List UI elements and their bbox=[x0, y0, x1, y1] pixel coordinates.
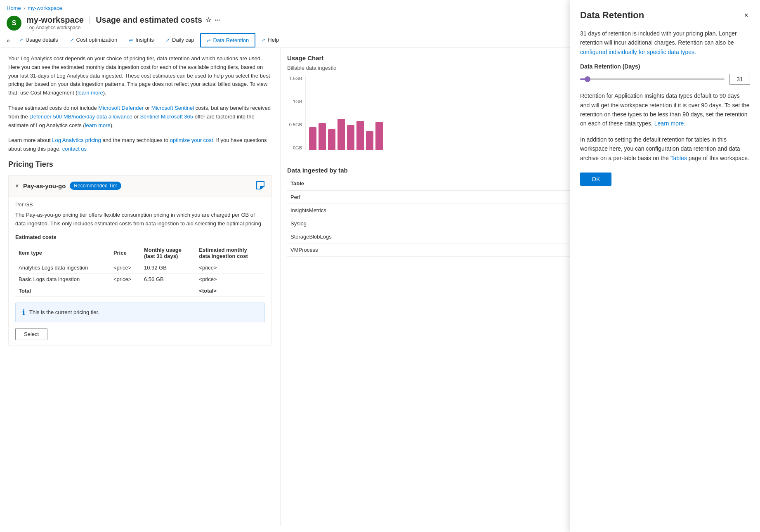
tab-daily-cap[interactable]: ↗ Daily cap bbox=[160, 33, 200, 47]
close-button[interactable]: × bbox=[742, 10, 750, 21]
retention-value[interactable]: 31 bbox=[729, 74, 750, 85]
more-options-icon[interactable]: ··· bbox=[215, 17, 220, 24]
total-label: Total bbox=[15, 285, 110, 296]
analytics-usage: 10.92 GB bbox=[141, 262, 196, 273]
bar-1 bbox=[309, 127, 316, 150]
nav-chevron-left[interactable]: » bbox=[3, 34, 13, 47]
tier-card-body: Per GB The Pay-as-you-go pricing tier of… bbox=[9, 196, 271, 345]
panel-para2: Retention for Application Insights data … bbox=[580, 91, 750, 128]
tier-unit: Per GB bbox=[15, 201, 265, 208]
recommended-badge: Recommended Tier bbox=[70, 182, 121, 190]
col-monthly-usage: Monthly usage(last 31 days) bbox=[141, 244, 196, 262]
bar-2 bbox=[319, 123, 326, 150]
retention-label: Data Retention (Days) bbox=[580, 63, 750, 70]
table-row-total: Total <total> bbox=[15, 285, 265, 296]
log-analytics-pricing-link[interactable]: Log Analytics pricing bbox=[52, 137, 101, 143]
slider-thumb[interactable] bbox=[585, 76, 590, 82]
sync-icon: ⇌ bbox=[207, 38, 211, 43]
panel-body: 31 days of retention is included with yo… bbox=[580, 29, 750, 522]
page-title: Usage and estimated costs bbox=[96, 15, 202, 25]
table-row: Basic Logs data ingestion <price> 6.56 G… bbox=[15, 273, 265, 285]
costs-table: Item type Price Monthly usage(last 31 da… bbox=[15, 244, 265, 297]
data-retention-panel: Data Retention × 31 days of retention is… bbox=[570, 0, 760, 526]
retention-slider-row: 31 bbox=[580, 74, 750, 85]
header-title-group: my-workspace | Usage and estimated costs… bbox=[26, 15, 220, 31]
panel-para1: 31 days of retention is included with yo… bbox=[580, 29, 750, 57]
slider-container bbox=[580, 75, 725, 83]
tier-card-header: ∧ Pay-as-you-go Recommended Tier bbox=[9, 176, 271, 196]
workspace-icon: S bbox=[7, 16, 21, 31]
tab-cost-optimization[interactable]: ↗ Cost optimization bbox=[64, 33, 123, 47]
tables-link[interactable]: Tables bbox=[670, 155, 687, 161]
tab-usage-details[interactable]: ↗ Usage details bbox=[13, 33, 64, 47]
learn-more-link-1[interactable]: learn more bbox=[78, 90, 103, 96]
slider-track bbox=[580, 78, 725, 80]
panel-para3: In addition to setting the default reten… bbox=[580, 135, 750, 163]
bar-8 bbox=[375, 122, 383, 150]
tier-description: The Pay-as-you-go pricing tier offers fl… bbox=[15, 211, 265, 228]
bar-5 bbox=[347, 125, 354, 150]
breadcrumb-separator: › bbox=[24, 5, 25, 11]
configure-link[interactable]: configured individually for specific dat… bbox=[580, 49, 696, 55]
optimize-cost-link[interactable]: optimize your cost bbox=[170, 137, 213, 143]
total-price-empty bbox=[110, 285, 141, 296]
basic-price: <price> bbox=[110, 273, 141, 285]
workspace-subtitle: Log Analytics workspace bbox=[26, 25, 220, 31]
info-icon: ℹ bbox=[22, 308, 25, 317]
link-icon: ⇌ bbox=[129, 37, 133, 43]
bar-7 bbox=[366, 131, 373, 150]
item-basic-logs: Basic Logs data ingestion bbox=[15, 273, 110, 285]
external-link-icon-3: ↗ bbox=[165, 37, 170, 43]
description-para2: These estimated costs do not include Mic… bbox=[8, 104, 272, 130]
workspace-name: my-workspace bbox=[26, 15, 84, 25]
favorite-icon[interactable]: ☆ bbox=[205, 16, 211, 24]
select-button[interactable]: Select bbox=[15, 328, 47, 340]
basic-cost: <price> bbox=[196, 273, 265, 285]
tier-flag-icon bbox=[256, 181, 265, 191]
bar-6 bbox=[356, 121, 364, 150]
sentinel-m365-link[interactable]: Sentinel Microsoft 365 bbox=[140, 113, 193, 120]
col-estimated-cost: Estimated monthlydata ingestion cost bbox=[196, 244, 265, 262]
header-separator: | bbox=[89, 15, 91, 25]
defender-allowance-link[interactable]: Defender 500 MB/node/day data allowance bbox=[29, 113, 132, 120]
panel-title: Data Retention bbox=[580, 10, 644, 21]
external-link-icon: ↗ bbox=[19, 37, 23, 43]
breadcrumb-home[interactable]: Home bbox=[7, 5, 21, 11]
description-para1: Your Log Analytics cost depends on your … bbox=[8, 54, 272, 97]
pricing-tiers-title: Pricing Tiers bbox=[8, 160, 272, 169]
microsoft-sentinel-link[interactable]: Microsoft Sentinel bbox=[151, 105, 194, 111]
external-link-icon-4: ↗ bbox=[261, 37, 265, 43]
basic-usage: 6.56 GB bbox=[141, 273, 196, 285]
left-panel: Your Log Analytics cost depends on your … bbox=[0, 48, 281, 526]
y-label-1: 1GB bbox=[287, 99, 302, 104]
tab-data-retention[interactable]: ⇌ Data Retention bbox=[200, 33, 256, 47]
info-text: This is the current pricing tier. bbox=[29, 309, 99, 315]
y-label-0: 0GB bbox=[287, 145, 302, 150]
y-label-0.5: 0.5GB bbox=[287, 122, 302, 127]
learn-more-link-2[interactable]: learn more bbox=[85, 122, 111, 128]
total-cost: <total> bbox=[196, 285, 265, 296]
contact-us-link[interactable]: contact us bbox=[62, 146, 87, 152]
description-para3: Learn more about Log Analytics pricing a… bbox=[8, 136, 272, 154]
tier-name: Pay-as-you-go bbox=[23, 182, 66, 189]
bar-4 bbox=[338, 119, 345, 150]
table-row: Analytics Logs data ingestion <price> 10… bbox=[15, 262, 265, 273]
estimated-costs-label: Estimated costs bbox=[15, 234, 265, 240]
analytics-price: <price> bbox=[110, 262, 141, 273]
svg-marker-1 bbox=[260, 187, 264, 189]
y-label-1.5: 1.5GB bbox=[287, 76, 302, 81]
current-tier-info: ℹ This is the current pricing tier. bbox=[15, 303, 265, 322]
learn-more-panel-link[interactable]: Learn more. bbox=[654, 120, 685, 127]
item-analytics-logs: Analytics Logs data ingestion bbox=[15, 262, 110, 273]
tier-toggle-icon[interactable]: ∧ bbox=[15, 183, 19, 189]
analytics-cost: <price> bbox=[196, 262, 265, 273]
tab-insights[interactable]: ⇌ Insights bbox=[123, 33, 160, 47]
microsoft-defender-link[interactable]: Microsoft Defender bbox=[98, 105, 144, 111]
panel-header: Data Retention × bbox=[580, 10, 750, 21]
ok-button[interactable]: OK bbox=[580, 173, 611, 186]
tab-help[interactable]: ↗ Help bbox=[255, 33, 285, 47]
breadcrumb-workspace[interactable]: my-workspace bbox=[28, 5, 62, 11]
tier-card-payg: ∧ Pay-as-you-go Recommended Tier Per GB … bbox=[8, 175, 272, 345]
total-usage-empty bbox=[141, 285, 196, 296]
costs-table-header-row: Item type Price Monthly usage(last 31 da… bbox=[15, 244, 265, 262]
